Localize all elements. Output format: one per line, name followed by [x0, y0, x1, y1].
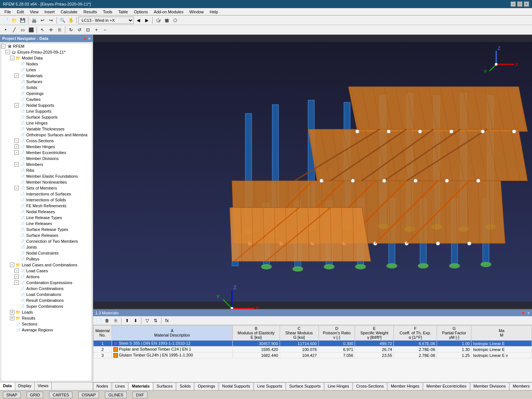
tree-item-materials[interactable]: −📄Materials — [1, 73, 92, 79]
iso-button[interactable]: ⬡ — [171, 16, 179, 24]
table-duplicate-row[interactable]: ⎘ — [112, 317, 120, 325]
table-delete-row[interactable]: 🗑 — [103, 317, 111, 325]
surface-tool[interactable]: ▭ — [18, 26, 27, 34]
bottom-tab-members[interactable]: Members — [509, 382, 532, 390]
tree-item-setsofmembers[interactable]: −📄Sets of Members — [1, 185, 92, 191]
bottom-tab-openings[interactable]: Openings — [194, 382, 218, 390]
tree-toggle-modeldata[interactable]: − — [10, 56, 14, 60]
menu-tools[interactable]: Tools — [100, 9, 115, 15]
tree-item-actions[interactable]: −📄Actions — [1, 274, 92, 280]
tree-item-results[interactable]: +📁Results — [1, 315, 92, 321]
tree-item-supercombinations[interactable]: 📄Super Combinations — [1, 303, 92, 309]
menu-calculate[interactable]: Calculate — [58, 9, 81, 15]
glines-button[interactable]: GLINES — [105, 392, 126, 398]
table-formula-bar[interactable]: fx — [163, 317, 171, 325]
maximize-button[interactable]: □ — [517, 1, 522, 7]
tree-item-pulleys[interactable]: 📄Pulleys — [1, 256, 92, 262]
close-button[interactable]: × — [524, 1, 529, 7]
minimize-button[interactable]: − — [511, 1, 516, 7]
zoom-in[interactable]: + — [92, 26, 100, 34]
menu-file[interactable]: File — [1, 9, 14, 15]
tree-item-crosssections[interactable]: −📄Cross-Sections — [1, 138, 92, 144]
grid-button[interactable]: GRID — [27, 392, 44, 398]
table-filter[interactable]: ▽ — [143, 317, 151, 325]
table-row[interactable]: 1 Steel S 355 | DIN EN 1993-1-1:2010-12 … — [93, 341, 532, 347]
table-new-row[interactable]: 📄 — [95, 317, 103, 325]
menu-help[interactable]: Help — [207, 9, 221, 15]
bottom-tab-line-hinges[interactable]: Line Hinges — [324, 382, 352, 390]
cartes-button[interactable]: CARTES — [49, 392, 72, 398]
tree-toggle-nodalsupports[interactable]: − — [14, 103, 19, 108]
tree-item-surfacereleasetypes[interactable]: 📄Surface Release Types — [1, 226, 92, 232]
tree-item-linehinges[interactable]: 📄Line Hinges — [1, 120, 92, 126]
bottom-tab-cross-sections[interactable]: Cross-Sections — [353, 382, 387, 390]
tree-item-cavities[interactable]: 📄Cavities — [1, 96, 92, 102]
bottom-tab-lines[interactable]: Lines — [112, 382, 128, 390]
bottom-tab-member-divisions[interactable]: Member Divisions — [470, 382, 509, 390]
tree-item-combinationexpressions[interactable]: −📄Combination Expressions — [1, 280, 92, 286]
menu-insert[interactable]: Insert — [41, 9, 58, 15]
tree-item-ribs[interactable]: 📄Ribs — [1, 167, 92, 173]
bottom-tab-nodes[interactable]: Nodes — [93, 382, 112, 390]
tree-item-memberdivisions[interactable]: 📄Member Divisions — [1, 156, 92, 161]
tree-toggle-memberhinges[interactable]: − — [14, 144, 19, 149]
tree-toggle-loads[interactable]: + — [10, 310, 14, 314]
open-button[interactable]: 📁 — [10, 16, 18, 24]
tree-item-surfacereleases[interactable]: 📄Surface Releases — [1, 232, 92, 238]
bottom-tab-line-supports[interactable]: Line Supports — [254, 382, 286, 390]
menu-options[interactable]: Options — [131, 9, 151, 15]
render-button[interactable]: 🎲 — [154, 16, 162, 24]
save-button[interactable]: 💾 — [18, 16, 27, 24]
tree-toggle-project[interactable]: − — [6, 50, 10, 54]
zoom-button[interactable]: 🔍 — [58, 16, 66, 24]
bottom-tab-materials[interactable]: Materials — [129, 382, 153, 390]
tree-item-modeldata[interactable]: −📁Model Data — [1, 55, 92, 61]
tree-item-joints[interactable]: 📄Joints — [1, 244, 92, 250]
table-row[interactable]: 3 Glulam Timber GL24h | EN 1995-1-1:200 … — [93, 352, 532, 358]
tree-item-membereccentricities[interactable]: −📄Member Eccentricities — [1, 150, 92, 156]
table-pin-button[interactable]: 📌 — [520, 311, 525, 316]
bottom-tab-surface-supports[interactable]: Surface Supports — [286, 382, 324, 390]
menu-view[interactable]: View — [27, 9, 42, 15]
tree-item-membernonlinear[interactable]: 📄Member Nonlinearities — [1, 179, 92, 185]
copy-tool[interactable]: ⎘ — [55, 26, 64, 34]
tree-item-connectiontwomembers[interactable]: 📄Connection of Two Members — [1, 238, 92, 244]
print-button[interactable]: 🖨️ — [30, 16, 38, 24]
table-insert-above[interactable]: ⬆ — [123, 317, 131, 325]
bottom-tab-nodal-supports[interactable]: Nodal Supports — [219, 382, 253, 390]
tree-item-sections[interactable]: 📄Sections — [1, 321, 92, 327]
table-wrapper[interactable]: MaterialNo. AMaterial Description BModul… — [93, 325, 532, 382]
tree-toggle-materials[interactable]: − — [14, 74, 19, 78]
tree-item-linereleases[interactable]: 📄Line Releases — [1, 221, 92, 226]
tree-item-memberelastic[interactable]: 📄Member Elastic Foundations — [1, 173, 92, 179]
undo-button[interactable]: ↩ — [38, 16, 47, 24]
tree-item-nodes[interactable]: 📄Nodes — [1, 61, 92, 67]
tree-item-intersectionssolids[interactable]: 📄Intersections of Solids — [1, 197, 92, 203]
tree-item-rfem[interactable]: −🖥RFEM — [1, 43, 92, 49]
3d-viewport[interactable]: X Y Z X Y Z — [93, 35, 532, 309]
tree-toggle-rfem[interactable]: − — [1, 44, 6, 48]
tree-toggle-results[interactable]: + — [10, 316, 14, 320]
menu-results[interactable]: Results — [81, 9, 100, 15]
tree-item-nodalconstraints[interactable]: 📄Nodal Constraints — [1, 250, 92, 256]
osnap-button[interactable]: OSNAP — [78, 392, 99, 398]
tree-item-lines[interactable]: 📄Lines — [1, 67, 92, 73]
tree-item-femeshrefinements[interactable]: 📄FE Mesh Refinements — [1, 203, 92, 209]
tree-item-averageregions[interactable]: 📄Average Regions — [1, 327, 92, 333]
tree-toggle-membereccentricities[interactable]: − — [14, 150, 19, 155]
nav-close-button[interactable]: × — [88, 37, 91, 41]
tab-data[interactable]: Data — [0, 382, 15, 390]
tree-item-orthotropic[interactable]: 📄Orthotropic Surfaces and Membra — [1, 132, 92, 138]
node-tool[interactable]: • — [1, 26, 10, 34]
nav-pin-button[interactable]: 📌 — [82, 37, 87, 41]
tree-item-linereleasetypes[interactable]: 📄Line Release Types — [1, 215, 92, 221]
tree-item-linesupports[interactable]: 📄Line Supports — [1, 108, 92, 114]
tree-item-solids[interactable]: 📄Solids — [1, 85, 92, 91]
bottom-tab-surfaces[interactable]: Surfaces — [153, 382, 176, 390]
tree-item-openings[interactable]: 📄Openings — [1, 91, 92, 96]
tab-display[interactable]: Display — [15, 382, 35, 390]
bottom-tab-solids[interactable]: Solids — [176, 382, 194, 390]
solid-tool[interactable]: ⬛ — [27, 26, 35, 34]
tree-item-project[interactable]: −🗂Eloyes-Préau-2020-09-11* — [1, 49, 92, 55]
pan-button[interactable]: ✋ — [67, 16, 75, 24]
